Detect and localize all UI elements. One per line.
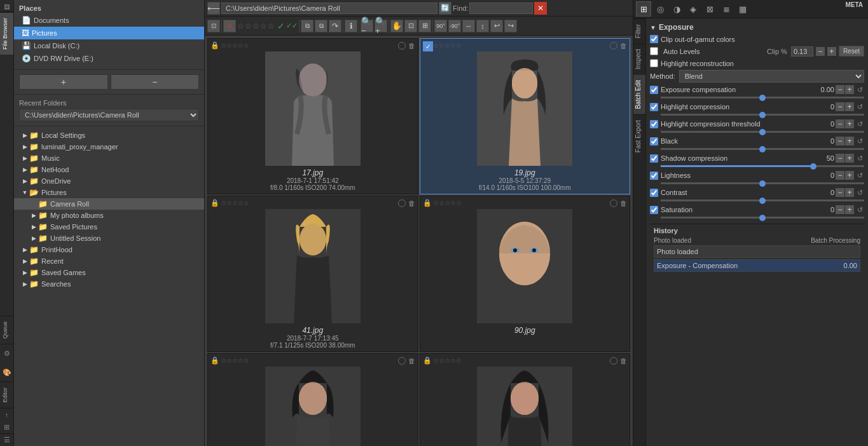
undo-button[interactable]: ↩ bbox=[490, 20, 503, 32]
contrast-track[interactable] bbox=[661, 199, 864, 201]
nav-back-button[interactable]: ⟵ bbox=[207, 2, 220, 15]
star-2[interactable]: ☆ bbox=[245, 22, 252, 30]
folder-luminati[interactable]: ▶ 📁 luminati_proxy_manager bbox=[14, 141, 204, 152]
saturation-track[interactable] bbox=[661, 217, 864, 219]
history-item-photo-loaded[interactable]: Photo loaded bbox=[654, 245, 860, 258]
photo-cell-111[interactable]: 🔒 ☆☆☆☆☆ 🗑 bbox=[207, 353, 418, 446]
black-checkbox[interactable] bbox=[650, 137, 658, 145]
trash-icon[interactable]: 🗑 bbox=[620, 199, 627, 207]
queue-tab[interactable]: Queue bbox=[0, 316, 13, 344]
shadow-comp-minus[interactable]: − bbox=[836, 154, 844, 163]
settings-icon[interactable]: ⚙ bbox=[0, 344, 13, 363]
highlight-comp-track[interactable] bbox=[661, 114, 864, 116]
contrast-minus[interactable]: − bbox=[836, 188, 844, 197]
exposure-comp-minus[interactable]: − bbox=[836, 85, 844, 94]
crop-button[interactable]: ⊡ bbox=[404, 20, 417, 32]
saturation-thumb[interactable] bbox=[759, 215, 766, 221]
trash-icon[interactable]: 🗑 bbox=[408, 357, 415, 365]
circle-button[interactable] bbox=[610, 42, 617, 50]
find-input[interactable] bbox=[469, 3, 533, 14]
crop2-button[interactable]: ⊞ bbox=[418, 20, 431, 32]
folder-printhood[interactable]: ▶ 📁 PrintHood bbox=[14, 244, 204, 255]
file-browser-tab[interactable]: File Browser bbox=[0, 12, 13, 55]
close-button[interactable]: ✕ bbox=[534, 2, 547, 15]
right-tab-filter2[interactable]: ◎ bbox=[652, 1, 668, 17]
highlight-comp-thumb[interactable] bbox=[759, 112, 766, 118]
folder-saved-games[interactable]: ▶ 📁 Saved Games bbox=[14, 267, 204, 278]
folder-pictures[interactable]: ▼ 📂 Pictures bbox=[14, 187, 204, 198]
shadow-comp-reset[interactable]: ↺ bbox=[855, 154, 864, 163]
star-4[interactable]: ☆ bbox=[260, 22, 267, 30]
highlight-threshold-plus[interactable]: + bbox=[845, 119, 854, 128]
black-thumb[interactable] bbox=[759, 146, 766, 152]
photo-cell-17[interactable]: 🔒 ☆☆☆☆☆ 🗑 bbox=[207, 38, 418, 194]
photo-cell-19[interactable]: 🔒 ☆☆☆☆☆ 🗑 ✓ bbox=[420, 38, 631, 194]
auto-levels-checkbox[interactable] bbox=[650, 47, 658, 55]
circle-button[interactable] bbox=[398, 42, 406, 50]
folder-searches[interactable]: ▶ 📁 Searches bbox=[14, 278, 204, 290]
right-tab-filter7[interactable]: ▦ bbox=[735, 1, 750, 17]
folder-photo-albums[interactable]: ▶ 📁 My photo albums bbox=[14, 210, 204, 221]
move-icon[interactable]: ↑ bbox=[0, 408, 13, 421]
star-1[interactable]: ☆ bbox=[237, 22, 244, 30]
clip-gamut-checkbox[interactable] bbox=[650, 35, 658, 43]
folder-saved-pictures[interactable]: ▶ 📁 Saved Pictures bbox=[14, 221, 204, 233]
circle-button[interactable] bbox=[610, 199, 617, 207]
approve-button[interactable]: ✓ bbox=[277, 21, 285, 31]
highlight-comp-plus[interactable]: + bbox=[845, 102, 854, 111]
lightness-minus[interactable]: − bbox=[836, 171, 844, 180]
saturation-plus[interactable]: + bbox=[845, 205, 854, 214]
meta-tab[interactable]: META bbox=[843, 1, 865, 17]
circle-button[interactable] bbox=[398, 357, 406, 365]
select-button[interactable]: ⊡ bbox=[207, 20, 220, 32]
exposure-section-header[interactable]: ▼ Exposure bbox=[650, 21, 864, 34]
circle-button[interactable] bbox=[610, 357, 617, 365]
highlight-threshold-reset[interactable]: ↺ bbox=[855, 119, 864, 128]
rotate-90-button[interactable]: 90° bbox=[434, 20, 447, 32]
grid-icon[interactable]: ⊞ bbox=[0, 421, 13, 433]
places-item-pictures[interactable]: 🖼 Pictures bbox=[14, 27, 204, 39]
shadow-comp-thumb[interactable] bbox=[810, 163, 816, 170]
color-wheel-icon[interactable]: 🎨 bbox=[0, 363, 13, 382]
trash-icon[interactable]: 🗑 bbox=[620, 357, 627, 365]
contrast-thumb[interactable] bbox=[759, 198, 766, 204]
refresh-button[interactable]: 🔄 bbox=[439, 2, 451, 15]
photo-cell-90[interactable]: 🔒 ☆☆☆☆☆ 🗑 bbox=[420, 196, 631, 352]
places-item-local-disk[interactable]: 💾 Local Disk (C:) bbox=[14, 39, 204, 52]
fast-export-tab[interactable]: Fast Export bbox=[633, 114, 645, 158]
shadow-comp-plus[interactable]: + bbox=[845, 154, 854, 163]
lightness-checkbox[interactable] bbox=[650, 172, 658, 180]
copy-button[interactable]: ⧉ bbox=[301, 20, 313, 32]
reset-button[interactable]: Reset bbox=[839, 46, 864, 57]
inspect-tab[interactable]: Inspect bbox=[633, 43, 645, 74]
highlight-comp-minus[interactable]: − bbox=[836, 102, 844, 111]
places-item-dvd[interactable]: 💿 DVD RW Drive (E:) bbox=[14, 52, 204, 65]
recent-folders-dropdown[interactable]: C:\Users\diden\Pictures\Camera Roll bbox=[19, 109, 199, 121]
history-item-exposure[interactable]: Exposure - Compensation 0.00 bbox=[654, 259, 860, 272]
method-select[interactable]: Blend Luminosity Color bbox=[679, 70, 864, 83]
zoom-in-button[interactable]: 🔍+ bbox=[375, 20, 387, 32]
saturation-minus[interactable]: − bbox=[836, 205, 844, 214]
saturation-checkbox[interactable] bbox=[650, 206, 658, 214]
black-plus[interactable]: + bbox=[845, 137, 854, 145]
redo-button[interactable]: ↪ bbox=[504, 20, 517, 32]
exposure-comp-track[interactable] bbox=[661, 97, 864, 98]
folder-local-settings[interactable]: ▶ 📁 Local Settings bbox=[14, 130, 204, 141]
highlight-reconstruction-checkbox[interactable] bbox=[650, 59, 658, 67]
saturation-reset[interactable]: ↺ bbox=[855, 205, 864, 214]
places-item-documents[interactable]: 📄 Documents bbox=[14, 14, 204, 27]
folder-recent[interactable]: ▶ 📁 Recent bbox=[14, 255, 204, 267]
contrast-checkbox[interactable] bbox=[650, 189, 658, 197]
highlight-threshold-track[interactable] bbox=[661, 131, 864, 133]
reject-button[interactable]: ✕ bbox=[223, 20, 236, 32]
black-minus[interactable]: − bbox=[836, 137, 844, 145]
approve2-button[interactable]: ✓✓ bbox=[286, 22, 298, 30]
highlight-threshold-thumb[interactable] bbox=[759, 129, 766, 135]
exposure-comp-plus[interactable]: + bbox=[845, 85, 854, 94]
shadow-comp-checkbox[interactable] bbox=[650, 154, 658, 163]
lightness-track[interactable] bbox=[661, 182, 864, 184]
circle-button[interactable] bbox=[398, 199, 406, 207]
right-tab-filter4[interactable]: ◈ bbox=[685, 1, 701, 17]
contrast-reset[interactable]: ↺ bbox=[855, 188, 864, 197]
editor-tab[interactable]: Editor bbox=[0, 382, 13, 408]
